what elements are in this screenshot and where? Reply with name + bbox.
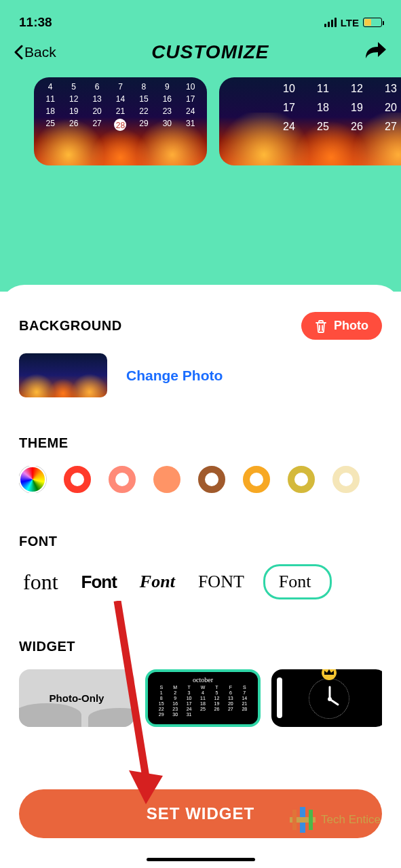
theme-color-3[interactable] [153, 466, 180, 493]
battery-icon [363, 18, 382, 27]
theme-title: THEME [19, 435, 382, 451]
widget-type-clock[interactable] [271, 669, 382, 727]
theme-color-2[interactable] [109, 466, 136, 493]
remove-photo-button[interactable]: Photo [301, 312, 382, 340]
widget-title: WIDGET [19, 639, 382, 654]
theme-color-6[interactable] [288, 466, 315, 493]
status-time: 11:38 [19, 15, 52, 30]
page-title: CUSTOMIZE [151, 41, 269, 63]
status-bar: 11:38 LTE [0, 0, 401, 34]
nav-bar: Back CUSTOMIZE [0, 34, 401, 77]
network-label: LTE [341, 17, 359, 28]
signal-icon [324, 18, 337, 27]
font-title: FONT [19, 534, 382, 549]
theme-color-7[interactable] [332, 466, 360, 493]
background-thumbnail[interactable] [19, 353, 107, 397]
theme-color-0[interactable] [19, 466, 46, 493]
widget-type-photo[interactable]: Photo-Only [19, 669, 134, 727]
mini-cal-month: october [155, 676, 251, 684]
status-indicators: LTE [324, 17, 382, 28]
back-button[interactable]: Back [14, 44, 56, 60]
home-indicator[interactable] [147, 858, 255, 861]
font-options: font Font Font FONT Font [19, 564, 382, 599]
theme-color-4[interactable] [198, 466, 225, 493]
widget-preview-small[interactable]: 4567891011121314151617181920212223242526… [34, 77, 207, 165]
remove-photo-label: Photo [334, 319, 368, 333]
font-option-impact[interactable]: FONT [194, 569, 248, 595]
chevron-left-icon [14, 45, 23, 60]
customize-sheet: BACKGROUND Photo Change Photo THEME FONT… [0, 285, 401, 868]
font-option-gothic[interactable]: Font [263, 564, 332, 599]
widget-preview-large[interactable]: 101112131417181920212425262728 [219, 77, 401, 165]
widget-type-photo-label: Photo-Only [50, 692, 104, 704]
theme-colors [19, 466, 382, 493]
widget-types: Photo-Only october SMTWTFS12345678910111… [19, 669, 382, 727]
theme-color-5[interactable] [243, 466, 270, 493]
share-icon [364, 41, 387, 61]
font-option-script[interactable]: font [19, 567, 62, 597]
back-label: Back [24, 44, 56, 60]
widget-type-calendar[interactable]: october SMTWTFS1234567891011121314151617… [145, 669, 261, 727]
background-title: BACKGROUND [19, 318, 122, 334]
svg-point-2 [328, 697, 332, 701]
font-option-cursive[interactable]: Font [136, 569, 179, 595]
share-button[interactable] [364, 41, 387, 64]
trash-icon [315, 319, 327, 333]
change-photo-button[interactable]: Change Photo [126, 368, 223, 384]
font-option-bold[interactable]: Font [77, 569, 121, 595]
widget-previews: 4567891011121314151617181920212223242526… [0, 77, 401, 165]
theme-color-1[interactable] [64, 466, 91, 493]
set-widget-button[interactable]: SET WIDGET [19, 789, 382, 838]
clock-icon [309, 678, 349, 719]
crown-icon [322, 669, 337, 680]
